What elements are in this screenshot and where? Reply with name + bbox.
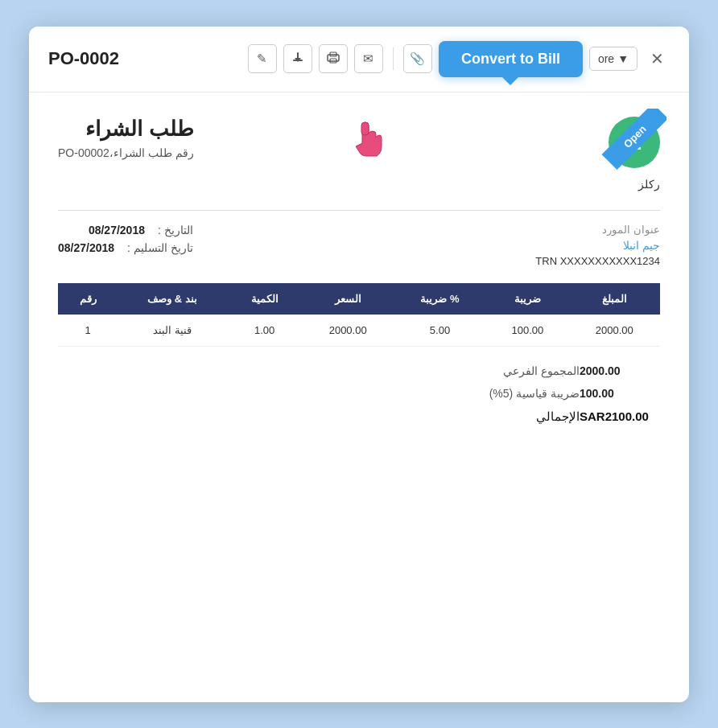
download-button[interactable] bbox=[283, 44, 312, 73]
table-header: المبلغ ضريبة % ضريبة السعر الكمية بند & … bbox=[58, 283, 660, 315]
close-icon: ✕ bbox=[650, 49, 664, 68]
close-button[interactable]: ✕ bbox=[644, 46, 670, 72]
doc-title-section: طلب الشراء رقم طلب الشراء،PO-00002 bbox=[58, 117, 194, 159]
cell-num: 1 bbox=[58, 315, 118, 347]
more-chevron-icon: ▼ bbox=[617, 52, 629, 65]
doc-main-title: طلب الشراء bbox=[58, 117, 194, 142]
date-row: التاريخ : 08/27/2018 bbox=[58, 224, 193, 236]
document-body: Open Z ركلز طلب الشراء رقم طلب الشراء،PO… bbox=[29, 93, 689, 453]
toolbar-separator bbox=[393, 47, 394, 70]
cell-rate: 2000.00 bbox=[302, 315, 393, 347]
date-label: التاريخ : bbox=[158, 224, 193, 236]
address-label: عنوان المورد bbox=[535, 224, 660, 236]
vendor-link[interactable]: جيم انبلا bbox=[623, 239, 660, 252]
cell-desc: قنية البند bbox=[118, 315, 227, 347]
grand-total-label: الإجمالي bbox=[419, 409, 580, 424]
col-desc: بند & وصف bbox=[118, 283, 227, 315]
company-section: Z ركلز bbox=[609, 117, 660, 191]
col-tax: ضريبة bbox=[486, 283, 568, 315]
attach-icon: 📎 bbox=[410, 51, 425, 66]
tooltip-arrow bbox=[502, 77, 518, 85]
company-name: ركلز bbox=[638, 178, 660, 191]
col-amount: المبلغ bbox=[569, 283, 660, 315]
cell-amount: 2000.00 bbox=[569, 315, 660, 347]
cell-tax-pct: 5.00 bbox=[394, 315, 486, 347]
vendor-info: عنوان المورد جيم انبلا TRN XXXXXXXXXXX12… bbox=[535, 224, 660, 267]
dates-info: التاريخ : 08/27/2018 تاريخ التسليم : 08/… bbox=[58, 224, 193, 267]
attach-button[interactable]: 📎 bbox=[403, 44, 432, 73]
email-button[interactable]: ✉ bbox=[354, 44, 383, 73]
header-actions: ✎ ✉ 📎 Convert to Bill bbox=[248, 41, 670, 77]
table-row: 2000.00 100.00 5.00 2000.00 1.00 قنية ال… bbox=[58, 315, 660, 347]
convert-btn-wrapper: Convert to Bill bbox=[439, 41, 583, 77]
items-table: المبلغ ضريبة % ضريبة السعر الكمية بند & … bbox=[58, 283, 660, 347]
delivery-row: تاريخ التسليم : 08/27/2018 bbox=[58, 241, 193, 254]
more-label: ore bbox=[598, 52, 614, 65]
subtotal-value: 2000.00 bbox=[580, 364, 660, 377]
more-button[interactable]: ore ▼ bbox=[589, 47, 638, 71]
col-num: رقم bbox=[58, 283, 118, 315]
modal-header: PO-0002 ✎ ✉ 📎 bbox=[29, 27, 689, 93]
company-initial: Z bbox=[627, 130, 641, 155]
cell-tax: 100.00 bbox=[486, 315, 568, 347]
delivery-value: 08/27/2018 bbox=[58, 241, 114, 254]
modal-title: PO-0002 bbox=[48, 48, 119, 69]
grand-total-row: SAR2100.00 الإجمالي bbox=[58, 405, 660, 429]
table-body: 2000.00 100.00 5.00 2000.00 1.00 قنية ال… bbox=[58, 315, 660, 347]
subtotal-row: 2000.00 المجموع الفرعي bbox=[58, 360, 660, 382]
download-icon bbox=[292, 51, 303, 67]
purchase-order-modal: PO-0002 ✎ ✉ 📎 bbox=[29, 27, 689, 702]
tax-label: ضريبة قياسية (5%) bbox=[419, 387, 580, 400]
date-value: 08/27/2018 bbox=[89, 224, 145, 236]
top-divider bbox=[58, 210, 660, 211]
convert-to-bill-button[interactable]: Convert to Bill bbox=[439, 41, 583, 77]
col-qty: الكمية bbox=[227, 283, 303, 315]
tax-row: 100.00 ضريبة قياسية (5%) bbox=[58, 382, 660, 405]
col-tax-pct: % ضريبة bbox=[394, 283, 486, 315]
svg-rect-3 bbox=[328, 55, 339, 61]
edit-button[interactable]: ✎ bbox=[248, 44, 277, 73]
delivery-label: تاريخ التسليم : bbox=[127, 241, 193, 254]
table-header-row: المبلغ ضريبة % ضريبة السعر الكمية بند & … bbox=[58, 283, 660, 315]
col-rate: السعر bbox=[302, 283, 393, 315]
subtotal-label: المجموع الفرعي bbox=[419, 364, 580, 377]
doc-subtitle: رقم طلب الشراء،PO-00002 bbox=[58, 146, 194, 159]
trn-number: TRN XXXXXXXXXXX1234 bbox=[535, 255, 660, 267]
print-icon bbox=[327, 51, 340, 66]
info-section: عنوان المورد جيم انبلا TRN XXXXXXXXXXX12… bbox=[58, 224, 660, 267]
cell-qty: 1.00 bbox=[227, 315, 303, 347]
print-button[interactable] bbox=[319, 44, 348, 73]
doc-top-section: Z ركلز طلب الشراء رقم طلب الشراء،PO-0000… bbox=[58, 117, 660, 191]
email-icon: ✉ bbox=[363, 51, 373, 66]
company-avatar: Z bbox=[609, 117, 660, 168]
totals-section: 2000.00 المجموع الفرعي 100.00 ضريبة قياس… bbox=[58, 360, 660, 429]
grand-total-value: SAR2100.00 bbox=[580, 409, 660, 423]
tax-value: 100.00 bbox=[580, 387, 660, 400]
edit-icon: ✎ bbox=[257, 51, 267, 66]
